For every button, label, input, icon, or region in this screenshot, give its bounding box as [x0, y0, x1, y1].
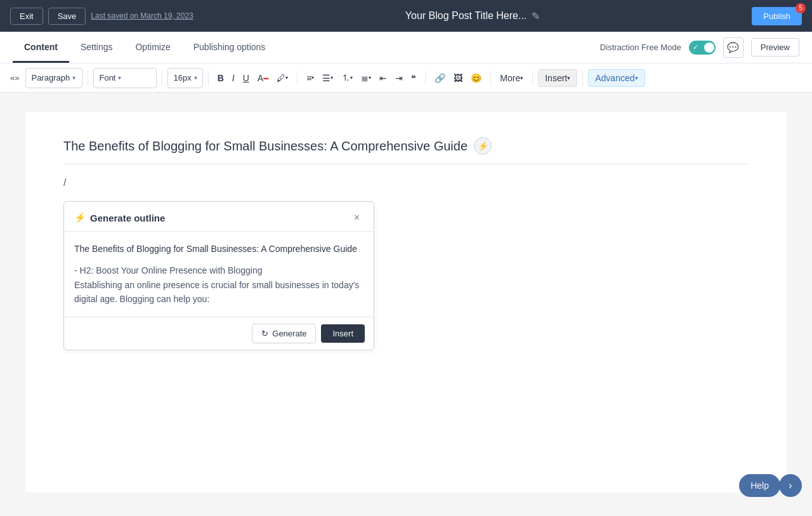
last-saved-text[interactable]: Last saved on March 19, 2023 — [91, 11, 193, 20]
divider-1 — [88, 70, 88, 86]
panel-insert-button[interactable]: Insert — [321, 324, 365, 343]
side-toggle-button[interactable]: › — [779, 474, 802, 497]
link-button[interactable]: 🔗 — [431, 69, 449, 87]
top-bar: Exit Save Last saved on March 19, 2023 Y… — [0, 0, 812, 32]
tab-publishing[interactable]: Publishing options — [182, 33, 277, 63]
indent-list-button[interactable]: ≣ ▾ — [357, 69, 375, 87]
divider-8 — [582, 70, 583, 86]
emoji-button[interactable]: 😊 — [467, 69, 485, 87]
blockquote-button[interactable]: ❝ — [407, 69, 420, 87]
toolbar: «» Paragraph ▾ Font ▾ 16px ▾ B I U A▬ 🖊 … — [0, 63, 812, 93]
help-button[interactable]: Help — [739, 474, 780, 497]
top-bar-left: Exit Save Last saved on March 19, 2023 — [10, 8, 193, 25]
font-size-select[interactable]: 16px ▾ — [167, 68, 202, 88]
outdent-button[interactable]: ⇤ — [376, 69, 391, 87]
help-label: Help — [750, 480, 769, 491]
panel-title-text: Generate outline — [90, 213, 165, 223]
size-select-arrow: ▾ — [194, 74, 197, 81]
post-title-line: The Benefits of Blogging for Small Busin… — [63, 137, 749, 164]
generate-refresh-icon: ↻ — [261, 329, 268, 338]
underline-button[interactable]: U — [239, 69, 253, 87]
text-color-button[interactable]: A▬ — [254, 69, 272, 87]
insert-arrow-icon: ▾ — [567, 75, 570, 81]
paragraph-label: Paragraph — [31, 73, 70, 83]
insert-label: Insert — [545, 73, 567, 83]
divider-6 — [490, 70, 491, 86]
generate-panel-body: The Benefits of Blogging for Small Busin… — [64, 232, 374, 317]
chat-icon-button[interactable]: 💬 — [723, 37, 743, 58]
divider-7 — [532, 70, 533, 86]
tab-content[interactable]: Content — [13, 33, 69, 63]
divider-3 — [208, 70, 209, 86]
toggle-check-icon: ✓ — [693, 43, 698, 51]
cursor-line[interactable]: / — [63, 177, 749, 189]
editor-wrapper: The Benefits of Blogging for Small Busin… — [0, 93, 812, 516]
format-buttons: B I U A▬ 🖊 ▾ — [214, 69, 292, 87]
editor-content[interactable]: The Benefits of Blogging for Small Busin… — [25, 112, 787, 493]
panel-content-title: The Benefits of Blogging for Small Busin… — [74, 242, 363, 256]
paragraph-select[interactable]: Paragraph ▾ — [25, 68, 82, 88]
panel-lightning-icon: ⚡ — [74, 212, 86, 223]
preview-button[interactable]: Preview — [751, 38, 799, 56]
divider-5 — [425, 70, 426, 86]
generate-button[interactable]: ↻ Generate — [252, 324, 316, 343]
divider-2 — [162, 70, 162, 86]
generate-panel: ⚡ Generate outline × The Benefits of Blo… — [63, 201, 374, 350]
indent-button[interactable]: ⇥ — [391, 69, 407, 87]
paragraph-select-arrow: ▾ — [72, 74, 75, 81]
italic-button[interactable]: I — [228, 69, 239, 87]
save-button[interactable]: Save — [48, 8, 86, 25]
insert-extras: 🔗 🖼 😊 — [431, 69, 485, 87]
top-bar-center: Your Blog Post Title Here... ✎ — [200, 10, 746, 22]
post-title-text: The Benefits of Blogging for Small Busin… — [63, 139, 468, 154]
panel-content-body: - H2: Boost Your Online Presence with Bl… — [74, 263, 363, 306]
font-select-arrow: ▾ — [118, 74, 121, 81]
align-button[interactable]: ≡ ▾ — [303, 69, 318, 87]
panel-close-button[interactable]: × — [350, 211, 363, 225]
generate-panel-header: ⚡ Generate outline × — [64, 202, 374, 232]
insert-button[interactable]: Insert ▾ — [538, 69, 577, 87]
divider-4 — [297, 70, 298, 86]
more-label: More — [500, 73, 520, 83]
nav-tabs: Content Settings Optimize Publishing opt… — [0, 32, 812, 63]
image-button[interactable]: 🖼 — [450, 69, 466, 87]
more-arrow-icon: ▾ — [520, 75, 523, 81]
font-label: Font — [99, 73, 115, 83]
edit-icon[interactable]: ✎ — [532, 10, 540, 22]
font-select[interactable]: Font ▾ — [93, 68, 157, 88]
generate-panel-footer: ↻ Generate Insert — [64, 317, 374, 350]
more-button[interactable]: More ▾ — [496, 69, 527, 87]
distraction-free-toggle[interactable]: ✓ — [689, 41, 716, 55]
notification-badge: 5 — [796, 3, 806, 13]
toolbar-expander[interactable]: «» — [6, 70, 23, 85]
font-size-value: 16px — [173, 73, 191, 83]
highlight-button[interactable]: 🖊 ▾ — [273, 69, 292, 87]
align-buttons: ≡ ▾ ☰ ▾ ⒈ ▾ ≣ ▾ ⇤ ⇥ ❝ — [303, 69, 420, 87]
nav-tab-right: Distraction Free Mode ✓ 💬 Preview — [600, 37, 799, 58]
tab-optimize[interactable]: Optimize — [124, 33, 181, 63]
ai-badge[interactable]: ⚡ — [474, 137, 492, 155]
generate-label: Generate — [272, 329, 306, 338]
publish-label: Publish — [763, 11, 790, 21]
tab-settings[interactable]: Settings — [69, 33, 124, 63]
blog-title: Your Blog Post Title Here... — [405, 10, 527, 22]
bold-button[interactable]: B — [214, 69, 228, 87]
distraction-free-label: Distraction Free Mode — [600, 43, 681, 52]
top-bar-right: Publish 5 — [752, 7, 802, 25]
publish-button[interactable]: Publish 5 — [752, 7, 802, 25]
chat-icon: 💬 — [727, 42, 739, 53]
ai-lightning-icon: ⚡ — [478, 141, 488, 151]
list-button[interactable]: ☰ ▾ — [318, 69, 337, 87]
advanced-arrow-icon: ▾ — [635, 75, 638, 81]
advanced-label: Advanced — [595, 73, 634, 83]
toggle-knob — [704, 43, 714, 53]
chevron-right-icon: › — [789, 480, 792, 491]
generate-panel-title: ⚡ Generate outline — [74, 212, 165, 223]
advanced-button[interactable]: Advanced ▾ — [588, 69, 645, 87]
ordered-list-button[interactable]: ⒈ ▾ — [337, 69, 357, 87]
exit-button[interactable]: Exit — [10, 8, 43, 25]
